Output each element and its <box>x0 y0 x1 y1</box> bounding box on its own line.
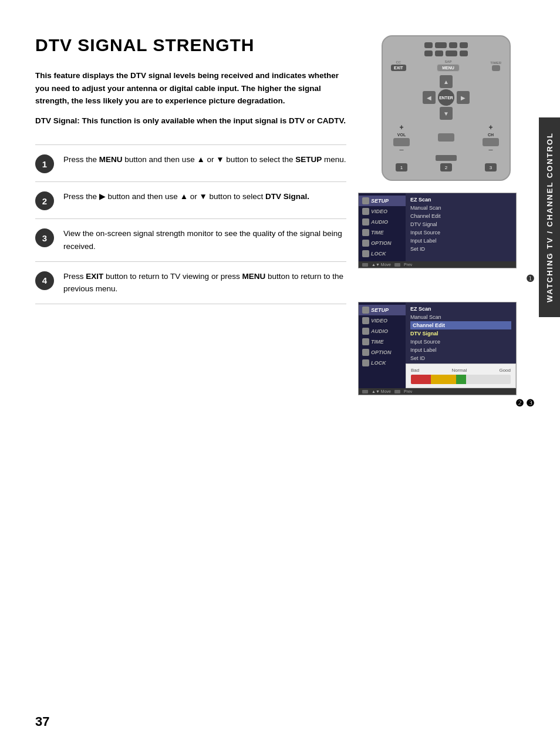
menu-right-manual-scan-1: Manual Scan <box>410 204 511 212</box>
menu-bottom-bar-1: ▲▼ Move Prev <box>359 261 516 268</box>
remote-btn-play <box>435 42 447 48</box>
menu-item-time-2: TIME <box>359 337 406 347</box>
menu-item-audio-1: AUDIO <box>359 217 406 227</box>
menu-item-audio-2: AUDIO <box>359 326 406 337</box>
step-4: 4 Press EXIT button to return to TV view… <box>35 261 346 304</box>
dpad-down[interactable]: ▼ <box>440 107 453 120</box>
fav-button[interactable] <box>393 138 410 146</box>
dpad-up[interactable]: ▲ <box>440 75 453 88</box>
signal-good-label: Good <box>499 368 511 373</box>
audio-icon-2 <box>362 328 369 335</box>
remote-btn-stop <box>460 42 468 48</box>
remote-numpad: 1 2 3 <box>396 163 497 171</box>
num-2[interactable]: 2 <box>440 163 452 171</box>
menu-right-manual-scan-2: Manual Scan <box>410 313 511 321</box>
menu-prev-text-2: Prev <box>404 389 412 393</box>
ok-icon-1 <box>394 263 400 267</box>
mute-button[interactable] <box>438 133 454 142</box>
step-text-1: Press the MENU button and then use ▲ or … <box>63 153 346 166</box>
step-text-3: View the on-screen signal strength monit… <box>63 227 346 253</box>
ok-icon-2 <box>394 390 400 393</box>
enter-button[interactable]: ENTER <box>438 89 454 106</box>
right-column: CC EXIT SAP MENU TIMER ▲ ◀ ENTER ▶ <box>358 35 534 409</box>
num-3[interactable]: 3 <box>485 163 497 171</box>
menu-right-channel-edit-2: Channel Edit <box>410 321 511 329</box>
remote-control: CC EXIT SAP MENU TIMER ▲ ◀ ENTER ▶ <box>382 35 511 181</box>
remote-btn-skip <box>460 51 468 56</box>
step-text-4: Press EXIT button to return to TV viewin… <box>63 270 346 295</box>
mute-row-btn[interactable] <box>436 155 457 161</box>
dpad-right[interactable]: ▶ <box>457 91 470 104</box>
menu-layout-1: SETUP VIDEO AUDIO TIME <box>359 193 516 261</box>
ch-label: CH <box>488 133 494 137</box>
remote-top-buttons <box>391 42 501 48</box>
lock-icon-2 <box>362 359 369 366</box>
remote-second-buttons <box>391 51 501 56</box>
screenshot-badge-23: ❷ ❸ <box>515 398 534 409</box>
exit-button[interactable]: EXIT <box>391 65 406 71</box>
menu-item-option-1: OPTION <box>359 238 406 248</box>
time-icon-1 <box>362 229 369 236</box>
ch-plus[interactable]: + <box>488 123 492 132</box>
menu-screenshot-1: SETUP VIDEO AUDIO TIME <box>358 193 517 268</box>
menu-right-ez-scan-1: EZ Scan <box>410 196 511 204</box>
intro-paragraph-2: DTV Signal: This function is only availa… <box>35 115 346 127</box>
audio-icon-1 <box>362 218 369 226</box>
menu-right-panel-2: EZ Scan Manual Scan Channel Edit DTV Sig… <box>406 302 516 364</box>
main-content: DTV SIGNAL STRENGTH This feature display… <box>35 35 346 304</box>
timer-button[interactable] <box>492 65 500 71</box>
sap-label: SAP <box>444 60 451 63</box>
menu-screenshot-2: SETUP VIDEO AUDIO TIME <box>358 302 517 395</box>
setup-icon-2 <box>362 307 369 314</box>
page-title: DTV SIGNAL STRENGTH <box>35 35 346 55</box>
menu-item-setup-2: SETUP <box>359 305 406 315</box>
step-3: 3 View the on-screen signal strength mon… <box>35 218 346 261</box>
video-icon-2 <box>362 317 369 324</box>
mute-group <box>438 133 454 142</box>
signal-strength-panel: Bad Normal Good <box>406 364 516 388</box>
num-1[interactable]: 1 <box>396 163 407 171</box>
screenshot-wrapper-2: SETUP VIDEO AUDIO TIME <box>358 302 534 409</box>
ch-minus[interactable]: — <box>489 147 493 152</box>
page-number: 37 <box>35 714 49 729</box>
menu-item-option-2: OPTION <box>359 347 406 358</box>
step-2: 2 Press the ▶ button and then use ▲ or ▼… <box>35 181 346 218</box>
vol-minus[interactable]: — <box>400 147 404 152</box>
menu-right-input-label-2: Input Label <box>410 346 511 354</box>
step-number-1: 1 <box>35 154 54 173</box>
ch-btn[interactable] <box>483 138 499 146</box>
menu-button[interactable]: MENU <box>437 64 460 72</box>
step-1: 1 Press the MENU button and then use ▲ o… <box>35 144 346 181</box>
signal-normal-label: Normal <box>451 368 467 373</box>
step-number-3: 3 <box>35 228 54 247</box>
screenshot-badge-1: ❶ <box>526 273 534 284</box>
remote-btn-fwd <box>446 51 457 56</box>
vol-plus[interactable]: + <box>399 123 403 132</box>
screenshot-wrapper-1: SETUP VIDEO AUDIO TIME <box>358 193 534 284</box>
signal-bad-label: Bad <box>411 368 419 373</box>
menu-prev-text-1: Prev <box>404 263 412 267</box>
nav-icon-1 <box>362 263 368 267</box>
intro-paragraph-1: This feature displays the DTV signal lev… <box>35 69 346 107</box>
side-tab: WATCHING TV / CHANNEL CONTROL <box>539 117 560 317</box>
nav-icon-2 <box>362 390 368 393</box>
side-tab-label: WATCHING TV / CHANNEL CONTROL <box>545 132 554 302</box>
steps-container: 1 Press the MENU button and then use ▲ o… <box>35 144 346 304</box>
signal-bar-labels: Bad Normal Good <box>411 368 511 373</box>
remote-dpad: ▲ ◀ ENTER ▶ ▼ <box>391 75 501 120</box>
step-number-4: 4 <box>35 271 54 290</box>
menu-item-lock-2: LOCK <box>359 358 406 368</box>
dpad-left[interactable]: ◀ <box>423 91 436 104</box>
menu-left-panel-2: SETUP VIDEO AUDIO TIME <box>359 302 406 388</box>
menu-left-panel-1: SETUP VIDEO AUDIO TIME <box>359 193 406 261</box>
menu-bottom-bar-2: ▲▼ Move Prev <box>359 388 516 395</box>
menu-right-dtv-signal-2: DTV Signal <box>410 329 511 338</box>
volume-group: + VOL — <box>393 123 410 152</box>
menu-item-video-1: VIDEO <box>359 206 406 217</box>
menu-right-input-label-1: Input Label <box>410 237 511 245</box>
channel-group: + CH — <box>483 123 499 152</box>
menu-right-panel-1: EZ Scan Manual Scan Channel Edit DTV Sig… <box>406 193 516 261</box>
menu-item-video-2: VIDEO <box>359 315 406 326</box>
menu-right-channel-edit-1: Channel Edit <box>410 212 511 220</box>
signal-good-bar <box>456 375 466 384</box>
